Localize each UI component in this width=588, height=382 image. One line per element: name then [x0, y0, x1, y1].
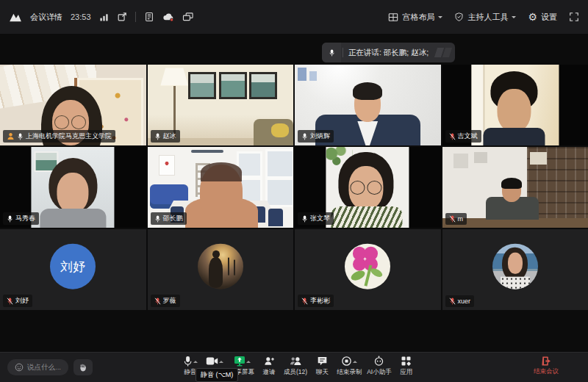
watermark-logo-icon	[433, 43, 455, 62]
chevron-up-icon[interactable]	[219, 358, 223, 363]
apps-button[interactable]: 应用	[397, 355, 416, 377]
name-label: 张文琴	[298, 212, 334, 225]
mic-on-icon	[154, 215, 161, 223]
invite-button[interactable]: 邀请	[259, 355, 279, 377]
name-label: 邵长鹏	[151, 212, 187, 225]
poster	[453, 154, 468, 168]
avatar-photo	[492, 244, 538, 289]
participant-tile[interactable]: 李彬彬	[295, 229, 441, 310]
avatar-photo	[198, 244, 243, 289]
chevron-up-icon[interactable]	[353, 358, 357, 363]
storage-box	[530, 152, 548, 165]
picture-frame	[188, 72, 216, 99]
person-hair	[201, 162, 242, 181]
participant-tile[interactable]: 吉文斌	[442, 65, 588, 145]
meeting-details-label: 会议详情	[30, 12, 62, 23]
end-meeting-button[interactable]: 结束会议	[527, 356, 565, 376]
camera-icon	[206, 356, 218, 366]
name-label: 上海电机学院马克思主义学院	[3, 130, 115, 143]
participant-name: m	[458, 215, 464, 223]
chat-button[interactable]: 聊天	[312, 355, 331, 377]
ai-assistant-icon	[373, 356, 384, 367]
window	[265, 149, 293, 207]
person-body	[501, 276, 530, 289]
chevron-down-icon	[512, 16, 516, 21]
name-label: 赵冰	[151, 130, 180, 143]
ceiling-vent	[191, 150, 223, 153]
ai-assistant-button[interactable]: AI小助手	[367, 355, 392, 377]
participant-name: 赵冰	[163, 131, 176, 141]
mic-muted-icon	[449, 132, 456, 141]
end-meeting-icon	[541, 356, 552, 367]
person-face	[57, 173, 89, 213]
network-signal-icon[interactable]	[99, 12, 109, 22]
chat-input[interactable]: 说点什么...	[7, 359, 68, 375]
video-feed	[471, 65, 559, 145]
participant-tile[interactable]: 刘妤 刘妤	[0, 229, 146, 310]
participant-tile[interactable]: 张文琴	[295, 147, 441, 228]
participant-name: 邵长鹏	[163, 214, 183, 223]
flower-leaf	[349, 270, 365, 283]
layout-selector-button[interactable]: 宫格布局	[388, 12, 442, 23]
chat-placeholder: 说点什么...	[27, 363, 61, 372]
participant-name: 罗薇	[163, 296, 176, 306]
host-badge-icon	[7, 132, 15, 140]
avatar: 刘妤	[50, 244, 96, 289]
participant-tile[interactable]: 上海电机学院马克思主义学院	[0, 65, 146, 145]
chevron-up-icon[interactable]	[193, 358, 198, 363]
apps-label: 应用	[400, 368, 412, 377]
participant-tile-active-speaker[interactable]: 邵长鹏	[148, 147, 294, 228]
participant-name: 刘妤	[15, 296, 29, 306]
picture-frame	[249, 72, 277, 99]
participant-tile[interactable]: 马秀春	[0, 147, 146, 228]
participant-tile[interactable]: 刘炳辉	[295, 65, 441, 145]
participant-tile[interactable]: 罗薇	[148, 229, 294, 310]
participant-tile[interactable]: 赵冰	[148, 65, 294, 145]
reaction-button[interactable]	[74, 359, 93, 375]
participant-tile[interactable]: m	[442, 147, 588, 228]
cloud-recording-icon[interactable]	[162, 12, 174, 22]
participant-grid: 上海电机学院马克思主义学院 赵冰	[0, 65, 588, 310]
chair	[268, 209, 283, 226]
mic-muted-icon	[154, 297, 161, 306]
mic-muted-icon	[7, 297, 13, 306]
open-in-window-icon[interactable]	[117, 12, 127, 22]
glasses	[367, 181, 381, 195]
meeting-notes-icon[interactable]	[144, 12, 154, 22]
ai-assistant-label: AI小助手	[367, 368, 392, 377]
active-speaker-banner: 正在讲话: 邵长鹏; 赵冰;	[322, 43, 455, 62]
stop-recording-label: 结束录制	[337, 368, 362, 377]
gear-icon: ⚙	[528, 12, 537, 22]
participant-name: 马秀春	[15, 214, 35, 223]
apps-grid-icon	[401, 356, 412, 367]
stop-recording-button[interactable]: 结束录制	[337, 355, 362, 377]
mute-label: 静音	[184, 368, 197, 377]
poster	[474, 152, 487, 163]
glasses	[54, 115, 69, 129]
sofa-pillow	[271, 123, 289, 137]
settings-button[interactable]: ⚙ 设置	[528, 12, 557, 23]
person-body	[331, 206, 402, 228]
participant-tile[interactable]: xuer	[442, 229, 588, 310]
mic-muted-icon	[449, 215, 456, 223]
speaking-prefix: 正在讲话:	[348, 48, 381, 57]
host-tools-button[interactable]: 主持人工具	[454, 12, 516, 23]
fullscreen-icon[interactable]	[569, 12, 579, 22]
person-body	[484, 128, 545, 145]
chat-label: 聊天	[316, 368, 329, 377]
dual-screen-icon[interactable]	[182, 12, 194, 22]
meeting-details-button[interactable]: 会议详情	[30, 12, 62, 23]
settings-label: 设置	[541, 12, 557, 23]
chevron-up-icon[interactable]	[246, 358, 251, 363]
video-feed	[32, 147, 115, 228]
person-face	[508, 253, 523, 274]
flower-leaf	[370, 267, 384, 278]
host-tools-label: 主持人工具	[467, 12, 508, 23]
participant-name: xuer	[458, 298, 471, 305]
person-body	[40, 209, 107, 228]
video-stage: 正在讲话: 邵长鹏; 赵冰; 上海电机学院马克思主义学院	[0, 34, 588, 353]
avatar-initials: 刘妤	[50, 244, 96, 289]
participant-name: 刘炳辉	[310, 131, 330, 141]
mic-on-icon	[301, 132, 308, 141]
members-button[interactable]: 成员(12)	[284, 355, 307, 377]
